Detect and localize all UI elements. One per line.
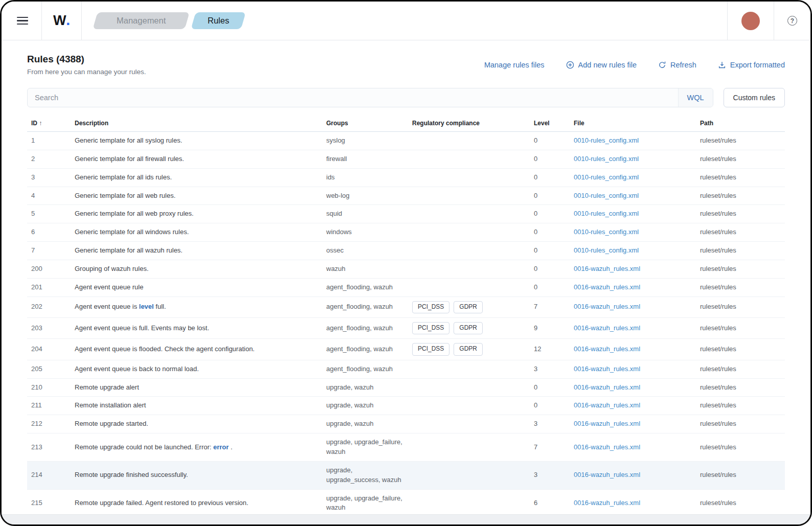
help-icon[interactable]: ? — [787, 16, 797, 26]
table-row[interactable]: 2Generic template for all firewall rules… — [27, 150, 785, 168]
table-row[interactable]: 200Grouping of wazuh rules.wazuh00016-wa… — [27, 260, 785, 278]
rule-description-text: Remote upgrade alert — [75, 383, 139, 391]
rule-path-cell: ruleset/rules — [696, 378, 785, 397]
rule-groups-cell: wazuh — [322, 260, 408, 278]
manage-rules-files-link[interactable]: Manage rules files — [484, 61, 545, 69]
table-row[interactable]: 6Generic template for all windows rules.… — [27, 223, 785, 242]
table-row[interactable]: 211Remote installation alertupgrade, waz… — [27, 397, 785, 415]
rule-file-link[interactable]: 0010-rules_config.xml — [574, 136, 639, 144]
rule-description-cell: Generic template for all web proxy rules… — [71, 205, 322, 223]
search-bar[interactable]: WQL — [27, 88, 713, 107]
export-formatted-link[interactable]: Export formatted — [718, 61, 785, 69]
rule-file-link[interactable]: 0016-wazuh_rules.xml — [574, 283, 640, 291]
rule-description-text: Agent event queue is back to normal load… — [75, 365, 199, 373]
search-input[interactable] — [28, 94, 678, 102]
compliance-badge[interactable]: GDPR — [454, 343, 483, 355]
rule-groups-cell: upgrade, wazuh — [322, 378, 408, 397]
main-content: Rules (4388) From here you can manage yo… — [2, 40, 810, 514]
table-row[interactable]: 7Generic template for all wazuh rules.os… — [27, 242, 785, 260]
compliance-badge[interactable]: GDPR — [454, 301, 483, 313]
table-row[interactable]: 210Remote upgrade alertupgrade, wazuh000… — [27, 378, 785, 397]
rule-file-link[interactable]: 0010-rules_config.xml — [574, 192, 639, 199]
rule-file-link[interactable]: 0016-wazuh_rules.xml — [574, 499, 640, 507]
wql-language-button[interactable]: WQL — [678, 88, 713, 107]
rule-file-cell: 0016-wazuh_rules.xml — [570, 433, 696, 462]
compliance-badge[interactable]: PCI_DSS — [412, 301, 449, 313]
table-row[interactable]: 212Remote upgrade started.upgrade, wazuh… — [27, 415, 785, 433]
rule-file-cell: 0010-rules_config.xml — [570, 132, 696, 150]
rule-compliance-cell — [408, 278, 530, 296]
compliance-badge[interactable]: GDPR — [454, 322, 483, 334]
rule-file-cell: 0016-wazuh_rules.xml — [570, 278, 696, 296]
table-row[interactable]: 204Agent event queue is flooded. Check t… — [27, 339, 785, 360]
rule-compliance-cell — [408, 168, 530, 187]
rule-groups-cell: upgrade, upgrade_failure, wazuh — [322, 489, 408, 514]
menu-button[interactable] — [17, 17, 28, 25]
rule-file-link[interactable]: 0010-rules_config.xml — [574, 228, 639, 236]
rule-file-link[interactable]: 0016-wazuh_rules.xml — [574, 303, 640, 310]
rule-groups-cell: upgrade, wazuh — [322, 415, 408, 433]
rule-file-cell: 0016-wazuh_rules.xml — [570, 339, 696, 360]
rule-description-link[interactable]: error — [213, 443, 229, 451]
wazuh-logo[interactable]: W. — [42, 13, 81, 29]
refresh-link[interactable]: Refresh — [658, 61, 696, 69]
rule-path-cell: ruleset/rules — [696, 168, 785, 187]
add-new-rules-file-label: Add new rules file — [578, 61, 637, 69]
compliance-badge[interactable]: PCI_DSS — [412, 322, 449, 334]
column-header-regulatory-compliance[interactable]: Regulatory compliance — [408, 116, 530, 132]
rule-description-text: Generic template for all web proxy rules… — [75, 210, 194, 217]
rule-file-link[interactable]: 0016-wazuh_rules.xml — [574, 401, 640, 409]
table-row[interactable]: 213Remote upgrade could not be launched.… — [27, 433, 785, 462]
table-row[interactable]: 5Generic template for all web proxy rule… — [27, 205, 785, 223]
table-row[interactable]: 201Agent event queue ruleagent_flooding,… — [27, 278, 785, 296]
rule-file-link[interactable]: 0016-wazuh_rules.xml — [574, 443, 640, 451]
header-divider — [727, 2, 728, 40]
table-row[interactable]: 1Generic template for all syslog rules.s… — [27, 132, 785, 150]
rule-groups-cell: upgrade, wazuh — [322, 397, 408, 415]
sort-ascending-icon: ↑ — [39, 120, 42, 127]
rule-file-link[interactable]: 0016-wazuh_rules.xml — [574, 365, 640, 373]
rule-description-cell: Remote upgrade could not be launched. Er… — [71, 433, 322, 462]
column-header-description[interactable]: Description — [71, 116, 322, 132]
column-header-groups[interactable]: Groups — [322, 116, 408, 132]
rule-path-cell: ruleset/rules — [696, 187, 785, 205]
rule-groups-cell: ossec — [322, 242, 408, 260]
table-row[interactable]: 214Remote upgrade finished successfully.… — [27, 461, 785, 489]
rule-level-cell: 0 — [530, 132, 570, 150]
column-header-path[interactable]: Path — [696, 116, 785, 132]
rule-id-cell: 205 — [27, 360, 71, 378]
table-row[interactable]: 215Remote upgrade failed. Agent restored… — [27, 489, 785, 514]
rule-file-link[interactable]: 0016-wazuh_rules.xml — [574, 345, 640, 353]
rule-description-link[interactable]: level — [139, 303, 154, 310]
breadcrumb-rules[interactable]: Rules — [191, 12, 246, 29]
table-row[interactable]: 203Agent event queue is full. Events may… — [27, 317, 785, 338]
rule-compliance-cell — [408, 242, 530, 260]
rule-groups-cell: syslog — [322, 132, 408, 150]
rule-file-link[interactable]: 0016-wazuh_rules.xml — [574, 471, 640, 478]
table-row[interactable]: 205Agent event queue is back to normal l… — [27, 360, 785, 378]
rule-file-link[interactable]: 0016-wazuh_rules.xml — [574, 420, 640, 427]
avatar[interactable] — [741, 12, 760, 30]
rule-id-cell: 5 — [27, 205, 71, 223]
table-row[interactable]: 3Generic template for all ids rules.ids0… — [27, 168, 785, 187]
column-header-id[interactable]: ID ↑ — [27, 116, 71, 132]
table-row[interactable]: 4Generic template for all web rules.web-… — [27, 187, 785, 205]
compliance-badge[interactable]: PCI_DSS — [412, 343, 449, 355]
rule-file-link[interactable]: 0016-wazuh_rules.xml — [574, 265, 640, 272]
rule-compliance-cell — [408, 132, 530, 150]
custom-rules-button[interactable]: Custom rules — [724, 88, 785, 107]
rule-file-link[interactable]: 0016-wazuh_rules.xml — [574, 383, 640, 391]
breadcrumb-management[interactable]: Management — [93, 12, 190, 29]
rule-file-link[interactable]: 0016-wazuh_rules.xml — [574, 324, 640, 332]
rule-description-cell: Agent event queue is level full. — [71, 296, 322, 317]
rule-file-link[interactable]: 0010-rules_config.xml — [574, 210, 639, 217]
rule-level-cell: 12 — [530, 339, 570, 360]
rule-file-link[interactable]: 0010-rules_config.xml — [574, 155, 639, 163]
rule-file-link[interactable]: 0010-rules_config.xml — [574, 173, 639, 181]
rule-description-cell: Agent event queue is back to normal load… — [71, 360, 322, 378]
add-new-rules-file-link[interactable]: Add new rules file — [566, 61, 637, 69]
rule-file-link[interactable]: 0010-rules_config.xml — [574, 246, 639, 254]
column-header-level[interactable]: Level — [530, 116, 570, 132]
column-header-file[interactable]: File — [570, 116, 696, 132]
table-row[interactable]: 202Agent event queue is level full.agent… — [27, 296, 785, 317]
